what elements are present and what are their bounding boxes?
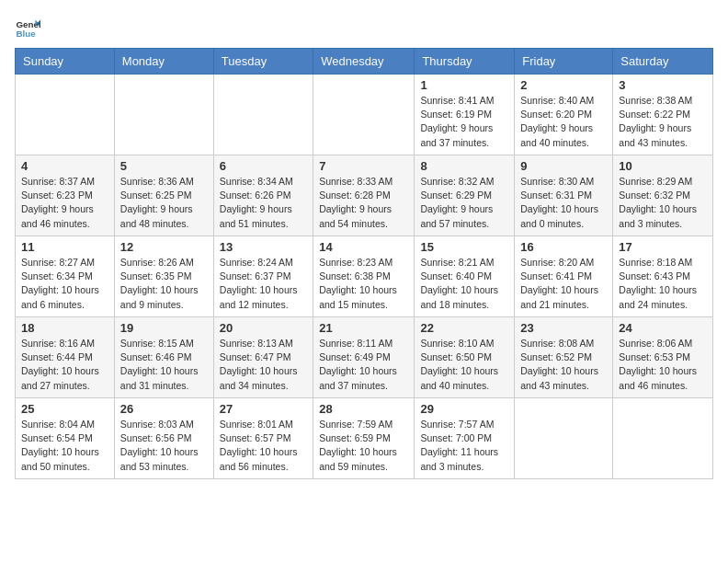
day-info: Sunrise: 8:18 AM Sunset: 6:43 PM Dayligh… <box>619 256 707 312</box>
day-info: Sunrise: 8:15 AM Sunset: 6:46 PM Dayligh… <box>120 337 208 393</box>
weekday-saturday: Saturday <box>613 49 713 75</box>
day-number: 12 <box>120 240 208 254</box>
weekday-header: SundayMondayTuesdayWednesdayThursdayFrid… <box>16 49 713 75</box>
weekday-sunday: Sunday <box>16 49 115 75</box>
day-cell: 29Sunrise: 7:57 AM Sunset: 7:00 PM Dayli… <box>415 398 515 479</box>
day-number: 20 <box>220 321 307 335</box>
weekday-monday: Monday <box>114 49 213 75</box>
day-number: 21 <box>319 321 408 335</box>
day-number: 19 <box>120 321 208 335</box>
day-info: Sunrise: 8:23 AM Sunset: 6:38 PM Dayligh… <box>319 256 408 312</box>
day-number: 8 <box>420 159 508 173</box>
day-number: 5 <box>120 159 208 173</box>
day-cell: 27Sunrise: 8:01 AM Sunset: 6:57 PM Dayli… <box>213 398 313 479</box>
day-number: 7 <box>319 159 408 173</box>
day-cell <box>613 398 713 479</box>
day-number: 26 <box>120 402 208 416</box>
day-info: Sunrise: 8:11 AM Sunset: 6:49 PM Dayligh… <box>319 337 408 393</box>
day-cell <box>16 75 115 155</box>
day-info: Sunrise: 8:08 AM Sunset: 6:52 PM Dayligh… <box>520 337 607 393</box>
day-number: 18 <box>21 321 108 335</box>
day-cell: 24Sunrise: 8:06 AM Sunset: 6:53 PM Dayli… <box>613 317 713 398</box>
day-cell: 23Sunrise: 8:08 AM Sunset: 6:52 PM Dayli… <box>515 317 613 398</box>
day-info: Sunrise: 8:21 AM Sunset: 6:40 PM Dayligh… <box>420 256 508 312</box>
day-number: 23 <box>520 321 607 335</box>
day-cell: 28Sunrise: 7:59 AM Sunset: 6:59 PM Dayli… <box>313 398 415 479</box>
day-info: Sunrise: 8:04 AM Sunset: 6:54 PM Dayligh… <box>21 418 108 474</box>
day-number: 13 <box>220 240 307 254</box>
day-number: 14 <box>319 240 408 254</box>
day-info: Sunrise: 8:01 AM Sunset: 6:57 PM Dayligh… <box>220 418 307 474</box>
weekday-friday: Friday <box>515 49 613 75</box>
day-cell <box>213 75 313 155</box>
day-number: 24 <box>619 321 707 335</box>
day-cell: 26Sunrise: 8:03 AM Sunset: 6:56 PM Dayli… <box>114 398 213 479</box>
svg-text:Blue: Blue <box>16 29 36 39</box>
day-number: 3 <box>619 78 707 92</box>
week-row-5: 25Sunrise: 8:04 AM Sunset: 6:54 PM Dayli… <box>16 398 713 479</box>
day-number: 10 <box>619 159 707 173</box>
day-info: Sunrise: 8:29 AM Sunset: 6:32 PM Dayligh… <box>619 175 707 231</box>
week-row-3: 11Sunrise: 8:27 AM Sunset: 6:34 PM Dayli… <box>16 236 713 317</box>
day-number: 22 <box>420 321 508 335</box>
day-info: Sunrise: 8:24 AM Sunset: 6:37 PM Dayligh… <box>220 256 307 312</box>
day-info: Sunrise: 7:59 AM Sunset: 6:59 PM Dayligh… <box>319 418 408 474</box>
day-info: Sunrise: 8:33 AM Sunset: 6:28 PM Dayligh… <box>319 175 408 231</box>
day-info: Sunrise: 8:06 AM Sunset: 6:53 PM Dayligh… <box>619 337 707 393</box>
weekday-tuesday: Tuesday <box>213 49 313 75</box>
day-info: Sunrise: 8:38 AM Sunset: 6:22 PM Dayligh… <box>619 94 707 150</box>
day-info: Sunrise: 8:37 AM Sunset: 6:23 PM Dayligh… <box>21 175 108 231</box>
day-cell: 12Sunrise: 8:26 AM Sunset: 6:35 PM Dayli… <box>114 236 213 317</box>
day-cell: 6Sunrise: 8:34 AM Sunset: 6:26 PM Daylig… <box>213 155 313 236</box>
day-info: Sunrise: 8:03 AM Sunset: 6:56 PM Dayligh… <box>120 418 208 474</box>
day-number: 27 <box>220 402 307 416</box>
day-cell: 7Sunrise: 8:33 AM Sunset: 6:28 PM Daylig… <box>313 155 415 236</box>
week-row-2: 4Sunrise: 8:37 AM Sunset: 6:23 PM Daylig… <box>16 155 713 236</box>
day-info: Sunrise: 8:26 AM Sunset: 6:35 PM Dayligh… <box>120 256 208 312</box>
day-info: Sunrise: 8:40 AM Sunset: 6:20 PM Dayligh… <box>520 94 607 150</box>
day-info: Sunrise: 8:36 AM Sunset: 6:25 PM Dayligh… <box>120 175 208 231</box>
day-cell: 3Sunrise: 8:38 AM Sunset: 6:22 PM Daylig… <box>613 75 713 155</box>
header: General Blue <box>15 15 713 40</box>
day-cell: 11Sunrise: 8:27 AM Sunset: 6:34 PM Dayli… <box>16 236 115 317</box>
day-cell: 5Sunrise: 8:36 AM Sunset: 6:25 PM Daylig… <box>114 155 213 236</box>
day-cell: 2Sunrise: 8:40 AM Sunset: 6:20 PM Daylig… <box>515 75 613 155</box>
day-number: 15 <box>420 240 508 254</box>
day-cell: 14Sunrise: 8:23 AM Sunset: 6:38 PM Dayli… <box>313 236 415 317</box>
day-cell: 15Sunrise: 8:21 AM Sunset: 6:40 PM Dayli… <box>415 236 515 317</box>
day-info: Sunrise: 8:10 AM Sunset: 6:50 PM Dayligh… <box>420 337 508 393</box>
day-number: 17 <box>619 240 707 254</box>
logo: General Blue <box>15 15 42 40</box>
day-number: 25 <box>21 402 108 416</box>
weekday-wednesday: Wednesday <box>313 49 415 75</box>
day-cell <box>114 75 213 155</box>
logo-icon: General Blue <box>15 15 40 40</box>
day-number: 1 <box>420 78 508 92</box>
day-number: 11 <box>21 240 108 254</box>
day-info: Sunrise: 8:20 AM Sunset: 6:41 PM Dayligh… <box>520 256 607 312</box>
day-number: 4 <box>21 159 108 173</box>
day-cell: 17Sunrise: 8:18 AM Sunset: 6:43 PM Dayli… <box>613 236 713 317</box>
day-cell <box>515 398 613 479</box>
weekday-thursday: Thursday <box>415 49 515 75</box>
day-number: 29 <box>420 402 508 416</box>
day-info: Sunrise: 8:32 AM Sunset: 6:29 PM Dayligh… <box>420 175 508 231</box>
day-cell: 10Sunrise: 8:29 AM Sunset: 6:32 PM Dayli… <box>613 155 713 236</box>
day-cell: 13Sunrise: 8:24 AM Sunset: 6:37 PM Dayli… <box>213 236 313 317</box>
day-number: 28 <box>319 402 408 416</box>
day-info: Sunrise: 8:27 AM Sunset: 6:34 PM Dayligh… <box>21 256 108 312</box>
day-cell: 18Sunrise: 8:16 AM Sunset: 6:44 PM Dayli… <box>16 317 115 398</box>
calendar: SundayMondayTuesdayWednesdayThursdayFrid… <box>15 48 713 479</box>
week-row-1: 1Sunrise: 8:41 AM Sunset: 6:19 PM Daylig… <box>16 75 713 155</box>
day-cell: 9Sunrise: 8:30 AM Sunset: 6:31 PM Daylig… <box>515 155 613 236</box>
day-info: Sunrise: 8:16 AM Sunset: 6:44 PM Dayligh… <box>21 337 108 393</box>
day-info: Sunrise: 8:13 AM Sunset: 6:47 PM Dayligh… <box>220 337 307 393</box>
day-cell: 19Sunrise: 8:15 AM Sunset: 6:46 PM Dayli… <box>114 317 213 398</box>
day-number: 9 <box>520 159 607 173</box>
day-cell: 16Sunrise: 8:20 AM Sunset: 6:41 PM Dayli… <box>515 236 613 317</box>
day-cell: 1Sunrise: 8:41 AM Sunset: 6:19 PM Daylig… <box>415 75 515 155</box>
day-number: 6 <box>220 159 307 173</box>
day-number: 16 <box>520 240 607 254</box>
day-cell: 8Sunrise: 8:32 AM Sunset: 6:29 PM Daylig… <box>415 155 515 236</box>
day-cell: 22Sunrise: 8:10 AM Sunset: 6:50 PM Dayli… <box>415 317 515 398</box>
